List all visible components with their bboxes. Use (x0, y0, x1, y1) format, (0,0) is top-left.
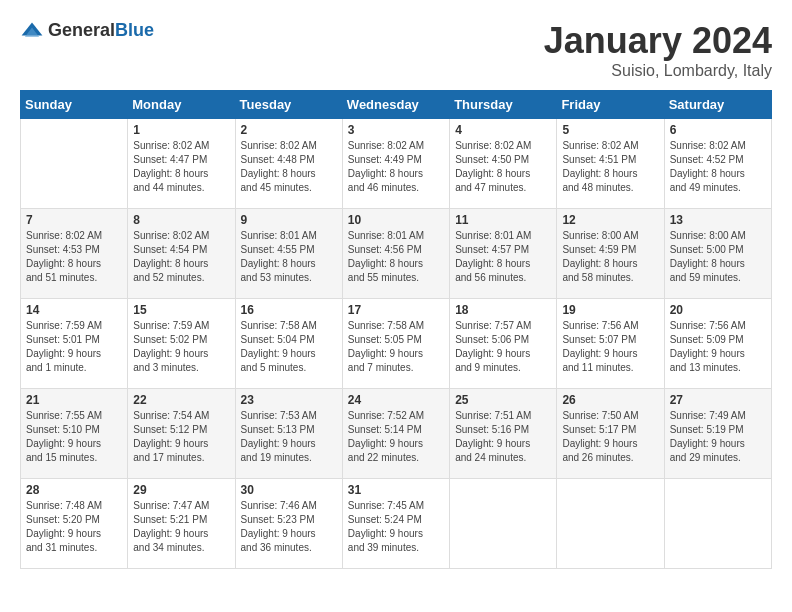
logo-blue: Blue (115, 20, 154, 40)
day-number: 17 (348, 303, 444, 317)
page-header: GeneralBlue January 2024 Suisio, Lombard… (20, 20, 772, 80)
calendar-day-17: 17Sunrise: 7:58 AMSunset: 5:05 PMDayligh… (342, 299, 449, 389)
day-number: 4 (455, 123, 551, 137)
calendar-day-25: 25Sunrise: 7:51 AMSunset: 5:16 PMDayligh… (450, 389, 557, 479)
calendar-day-18: 18Sunrise: 7:57 AMSunset: 5:06 PMDayligh… (450, 299, 557, 389)
calendar-day-22: 22Sunrise: 7:54 AMSunset: 5:12 PMDayligh… (128, 389, 235, 479)
calendar-day-8: 8Sunrise: 8:02 AMSunset: 4:54 PMDaylight… (128, 209, 235, 299)
day-info: Sunrise: 8:00 AMSunset: 4:59 PMDaylight:… (562, 229, 658, 285)
day-info: Sunrise: 7:55 AMSunset: 5:10 PMDaylight:… (26, 409, 122, 465)
calendar-day-31: 31Sunrise: 7:45 AMSunset: 5:24 PMDayligh… (342, 479, 449, 569)
calendar-week-row: 14Sunrise: 7:59 AMSunset: 5:01 PMDayligh… (21, 299, 772, 389)
day-info: Sunrise: 7:58 AMSunset: 5:05 PMDaylight:… (348, 319, 444, 375)
day-info: Sunrise: 8:01 AMSunset: 4:56 PMDaylight:… (348, 229, 444, 285)
day-number: 25 (455, 393, 551, 407)
day-number: 11 (455, 213, 551, 227)
logo-icon (20, 21, 44, 41)
day-info: Sunrise: 8:01 AMSunset: 4:55 PMDaylight:… (241, 229, 337, 285)
day-info: Sunrise: 7:47 AMSunset: 5:21 PMDaylight:… (133, 499, 229, 555)
day-number: 28 (26, 483, 122, 497)
day-number: 12 (562, 213, 658, 227)
day-info: Sunrise: 7:51 AMSunset: 5:16 PMDaylight:… (455, 409, 551, 465)
day-number: 5 (562, 123, 658, 137)
calendar-day-24: 24Sunrise: 7:52 AMSunset: 5:14 PMDayligh… (342, 389, 449, 479)
day-number: 9 (241, 213, 337, 227)
calendar-day-16: 16Sunrise: 7:58 AMSunset: 5:04 PMDayligh… (235, 299, 342, 389)
calendar-day-15: 15Sunrise: 7:59 AMSunset: 5:02 PMDayligh… (128, 299, 235, 389)
calendar-day-21: 21Sunrise: 7:55 AMSunset: 5:10 PMDayligh… (21, 389, 128, 479)
day-number: 15 (133, 303, 229, 317)
day-number: 16 (241, 303, 337, 317)
calendar-day-6: 6Sunrise: 8:02 AMSunset: 4:52 PMDaylight… (664, 119, 771, 209)
day-info: Sunrise: 7:52 AMSunset: 5:14 PMDaylight:… (348, 409, 444, 465)
day-number: 8 (133, 213, 229, 227)
day-info: Sunrise: 8:02 AMSunset: 4:50 PMDaylight:… (455, 139, 551, 195)
calendar-day-20: 20Sunrise: 7:56 AMSunset: 5:09 PMDayligh… (664, 299, 771, 389)
calendar-day-9: 9Sunrise: 8:01 AMSunset: 4:55 PMDaylight… (235, 209, 342, 299)
calendar-day-10: 10Sunrise: 8:01 AMSunset: 4:56 PMDayligh… (342, 209, 449, 299)
day-info: Sunrise: 8:02 AMSunset: 4:53 PMDaylight:… (26, 229, 122, 285)
weekday-header-friday: Friday (557, 91, 664, 119)
calendar-day-12: 12Sunrise: 8:00 AMSunset: 4:59 PMDayligh… (557, 209, 664, 299)
calendar-week-row: 1Sunrise: 8:02 AMSunset: 4:47 PMDaylight… (21, 119, 772, 209)
weekday-header-monday: Monday (128, 91, 235, 119)
calendar-day-30: 30Sunrise: 7:46 AMSunset: 5:23 PMDayligh… (235, 479, 342, 569)
day-info: Sunrise: 8:02 AMSunset: 4:48 PMDaylight:… (241, 139, 337, 195)
location-title: Suisio, Lombardy, Italy (544, 62, 772, 80)
day-info: Sunrise: 7:59 AMSunset: 5:02 PMDaylight:… (133, 319, 229, 375)
day-number: 22 (133, 393, 229, 407)
day-number: 30 (241, 483, 337, 497)
day-info: Sunrise: 7:57 AMSunset: 5:06 PMDaylight:… (455, 319, 551, 375)
day-number: 21 (26, 393, 122, 407)
calendar-day-23: 23Sunrise: 7:53 AMSunset: 5:13 PMDayligh… (235, 389, 342, 479)
logo-general: General (48, 20, 115, 40)
day-info: Sunrise: 7:56 AMSunset: 5:07 PMDaylight:… (562, 319, 658, 375)
calendar-day-5: 5Sunrise: 8:02 AMSunset: 4:51 PMDaylight… (557, 119, 664, 209)
day-info: Sunrise: 7:53 AMSunset: 5:13 PMDaylight:… (241, 409, 337, 465)
calendar-day-3: 3Sunrise: 8:02 AMSunset: 4:49 PMDaylight… (342, 119, 449, 209)
day-info: Sunrise: 7:50 AMSunset: 5:17 PMDaylight:… (562, 409, 658, 465)
weekday-header-sunday: Sunday (21, 91, 128, 119)
day-number: 13 (670, 213, 766, 227)
calendar-day-19: 19Sunrise: 7:56 AMSunset: 5:07 PMDayligh… (557, 299, 664, 389)
day-number: 31 (348, 483, 444, 497)
weekday-header-thursday: Thursday (450, 91, 557, 119)
calendar-day-26: 26Sunrise: 7:50 AMSunset: 5:17 PMDayligh… (557, 389, 664, 479)
day-number: 20 (670, 303, 766, 317)
day-info: Sunrise: 8:02 AMSunset: 4:52 PMDaylight:… (670, 139, 766, 195)
day-info: Sunrise: 7:59 AMSunset: 5:01 PMDaylight:… (26, 319, 122, 375)
day-number: 6 (670, 123, 766, 137)
day-number: 26 (562, 393, 658, 407)
calendar-day-14: 14Sunrise: 7:59 AMSunset: 5:01 PMDayligh… (21, 299, 128, 389)
day-info: Sunrise: 7:46 AMSunset: 5:23 PMDaylight:… (241, 499, 337, 555)
calendar-table: SundayMondayTuesdayWednesdayThursdayFrid… (20, 90, 772, 569)
empty-day-cell (664, 479, 771, 569)
calendar-day-13: 13Sunrise: 8:00 AMSunset: 5:00 PMDayligh… (664, 209, 771, 299)
day-number: 1 (133, 123, 229, 137)
day-number: 27 (670, 393, 766, 407)
title-area: January 2024 Suisio, Lombardy, Italy (544, 20, 772, 80)
day-info: Sunrise: 7:49 AMSunset: 5:19 PMDaylight:… (670, 409, 766, 465)
calendar-day-27: 27Sunrise: 7:49 AMSunset: 5:19 PMDayligh… (664, 389, 771, 479)
calendar-week-row: 7Sunrise: 8:02 AMSunset: 4:53 PMDaylight… (21, 209, 772, 299)
day-info: Sunrise: 7:45 AMSunset: 5:24 PMDaylight:… (348, 499, 444, 555)
empty-day-cell (21, 119, 128, 209)
weekday-header-wednesday: Wednesday (342, 91, 449, 119)
day-info: Sunrise: 8:02 AMSunset: 4:51 PMDaylight:… (562, 139, 658, 195)
weekday-header-tuesday: Tuesday (235, 91, 342, 119)
day-info: Sunrise: 7:56 AMSunset: 5:09 PMDaylight:… (670, 319, 766, 375)
day-number: 2 (241, 123, 337, 137)
day-number: 23 (241, 393, 337, 407)
empty-day-cell (450, 479, 557, 569)
calendar-day-28: 28Sunrise: 7:48 AMSunset: 5:20 PMDayligh… (21, 479, 128, 569)
day-number: 19 (562, 303, 658, 317)
calendar-week-row: 28Sunrise: 7:48 AMSunset: 5:20 PMDayligh… (21, 479, 772, 569)
empty-day-cell (557, 479, 664, 569)
day-info: Sunrise: 8:02 AMSunset: 4:47 PMDaylight:… (133, 139, 229, 195)
logo: GeneralBlue (20, 20, 154, 41)
day-info: Sunrise: 7:58 AMSunset: 5:04 PMDaylight:… (241, 319, 337, 375)
day-number: 18 (455, 303, 551, 317)
calendar-day-11: 11Sunrise: 8:01 AMSunset: 4:57 PMDayligh… (450, 209, 557, 299)
calendar-day-2: 2Sunrise: 8:02 AMSunset: 4:48 PMDaylight… (235, 119, 342, 209)
day-number: 29 (133, 483, 229, 497)
